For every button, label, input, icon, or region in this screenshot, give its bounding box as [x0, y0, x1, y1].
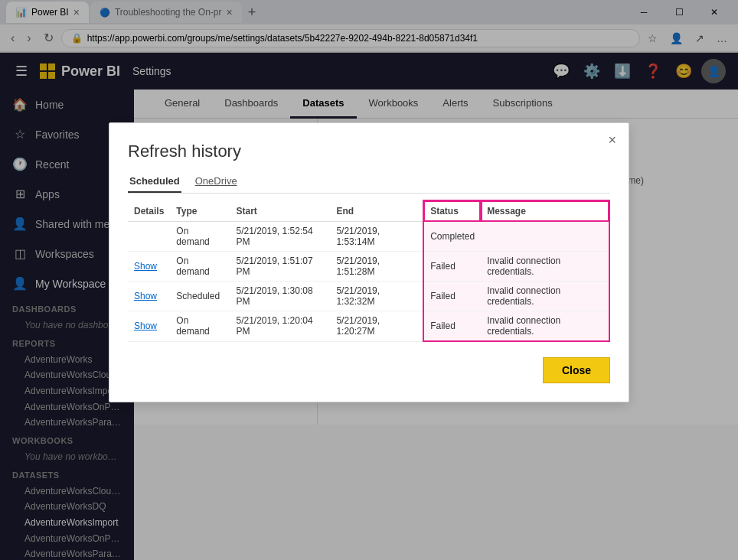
row4-type: On demand — [170, 311, 230, 342]
close-modal-button[interactable]: Close — [543, 357, 610, 383]
row2-status: Failed — [423, 252, 481, 282]
modal-tab-onedrive[interactable]: OneDrive — [194, 171, 239, 193]
row4-status: Failed — [423, 311, 481, 342]
row4-start: 5/21/2019, 1:20:04 PM — [230, 311, 330, 342]
row2-details[interactable]: Show — [128, 252, 170, 282]
row3-message: Invalid connection credentials. — [481, 282, 609, 311]
modal-tabs: Scheduled OneDrive — [128, 171, 610, 194]
table-row: Show On demand 5/21/2019, 1:51:07 PM 5/2… — [128, 252, 609, 282]
col-status: Status — [423, 200, 481, 222]
table-row: On demand 5/21/2019, 1:52:54 PM 5/21/201… — [128, 222, 609, 252]
row1-message — [481, 222, 609, 252]
modal-overlay: × Refresh history Scheduled OneDrive Det… — [0, 0, 738, 560]
col-details: Details — [128, 200, 170, 222]
row1-type: On demand — [170, 222, 230, 252]
row1-start: 5/21/2019, 1:52:54 PM — [230, 222, 330, 252]
table-row: Show Scheduled 5/21/2019, 1:30:08 PM 5/2… — [128, 282, 609, 311]
row1-status: Completed — [423, 222, 481, 252]
row1-end: 5/21/2019, 1:53:14M — [330, 222, 423, 252]
row3-details[interactable]: Show — [128, 282, 170, 311]
table-row: Show On demand 5/21/2019, 1:20:04 PM 5/2… — [128, 311, 609, 342]
col-type: Type — [170, 200, 230, 222]
row4-message: Invalid connection credentials. — [481, 311, 609, 342]
refresh-history-table: Details Type Start End Status Message On… — [128, 200, 610, 342]
modal-footer: Close — [128, 357, 610, 383]
table-header-row: Details Type Start End Status Message — [128, 200, 609, 222]
row3-start: 5/21/2019, 1:30:08 PM — [230, 282, 330, 311]
row2-start: 5/21/2019, 1:51:07 PM — [230, 252, 330, 282]
row3-status: Failed — [423, 282, 481, 311]
row2-type: On demand — [170, 252, 230, 282]
col-message: Message — [481, 200, 609, 222]
modal-close-button[interactable]: × — [608, 132, 616, 148]
row2-message: Invalid connection credentials. — [481, 252, 609, 282]
row2-end: 5/21/2019, 1:51:28M — [330, 252, 423, 282]
row3-type: Scheduled — [170, 282, 230, 311]
modal-tab-scheduled[interactable]: Scheduled — [128, 171, 181, 193]
row4-end: 5/21/2019, 1:20:27M — [330, 311, 423, 342]
row4-details[interactable]: Show — [128, 311, 170, 342]
refresh-history-modal: × Refresh history Scheduled OneDrive Det… — [109, 122, 629, 402]
col-end: End — [330, 200, 423, 222]
col-start: Start — [230, 200, 330, 222]
modal-title: Refresh history — [128, 142, 610, 161]
row1-details — [128, 222, 170, 252]
row3-end: 5/21/2019, 1:32:32M — [330, 282, 423, 311]
